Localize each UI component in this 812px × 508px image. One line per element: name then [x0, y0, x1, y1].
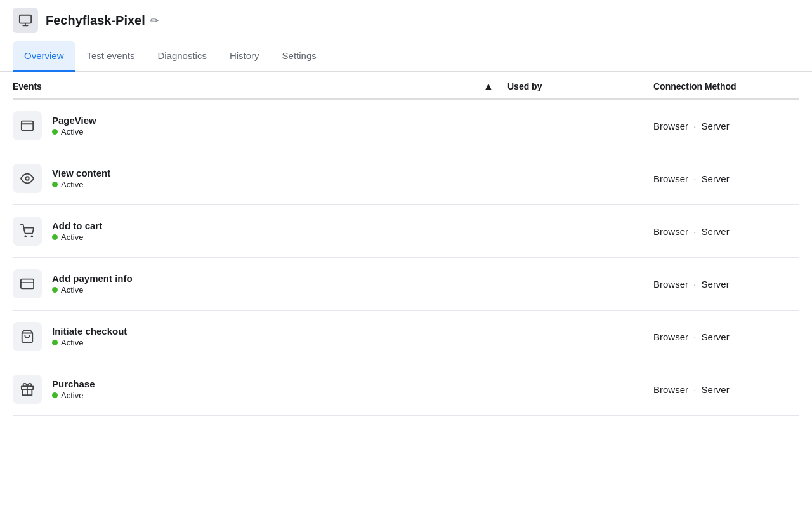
table-row: Add to cart Active Browser · Server	[13, 205, 799, 258]
connection-viewcontent: Browser · Server	[634, 173, 799, 184]
events-table: Events ▲ Used by Connection Method PageV…	[0, 72, 812, 416]
event-status-addtocart: Active	[52, 232, 102, 242]
event-cell-pageview: PageView Active	[13, 111, 469, 140]
event-status-viewcontent: Active	[52, 180, 110, 189]
browser-label-addpayment: Browser	[653, 279, 688, 290]
event-cell-addtocart: Add to cart Active	[13, 217, 469, 246]
table-header: Events ▲ Used by Connection Method	[13, 72, 799, 100]
status-label-addpayment: Active	[61, 285, 83, 295]
top-header: Fechyflask-Pixel ✏	[0, 0, 812, 41]
browser-label-viewcontent: Browser	[653, 173, 688, 184]
svg-rect-3	[22, 121, 33, 131]
table-row: Initiate checkout Active Browser · Serve…	[13, 311, 799, 363]
status-label-viewcontent: Active	[61, 180, 83, 189]
browser-label-purchase: Browser	[653, 384, 688, 395]
initiatecheckout-icon	[13, 322, 42, 351]
server-label-purchase: Server	[702, 384, 730, 395]
connection-initiatecheckout: Browser · Server	[634, 331, 799, 342]
table-row: View content Active Browser · Server	[13, 152, 799, 205]
pixel-title: Fechyflask-Pixel	[46, 13, 145, 28]
event-name-addtocart: Add to cart	[52, 220, 102, 231]
event-status-pageview: Active	[52, 127, 96, 137]
tab-history[interactable]: History	[218, 41, 271, 72]
tab-overview[interactable]: Overview	[13, 41, 75, 72]
col-header-warning: ▲	[469, 81, 508, 92]
server-label-initiatecheckout: Server	[702, 331, 730, 342]
edit-icon[interactable]: ✏	[150, 15, 159, 27]
event-name-purchase: Purchase	[52, 378, 95, 389]
browser-label-addtocart: Browser	[653, 226, 688, 237]
addpayment-icon	[13, 269, 42, 298]
table-row: Purchase Active Browser · Server	[13, 363, 799, 416]
table-row: Add payment info Active Browser · Server	[13, 258, 799, 311]
event-cell-addpayment: Add payment info Active	[13, 269, 469, 298]
event-cell-initiatecheckout: Initiate checkout Active	[13, 322, 469, 351]
status-dot-addtocart	[52, 234, 58, 240]
server-label-addpayment: Server	[702, 279, 730, 290]
status-dot-purchase	[52, 392, 58, 398]
status-dot-initiatecheckout	[52, 340, 58, 345]
purchase-icon	[13, 375, 42, 404]
status-label-addtocart: Active	[61, 232, 83, 242]
event-name-pageview: PageView	[52, 115, 96, 126]
event-cell-viewcontent: View content Active	[13, 164, 469, 193]
event-name-viewcontent: View content	[52, 168, 110, 178]
server-label-addtocart: Server	[702, 226, 730, 237]
connection-purchase: Browser · Server	[634, 384, 799, 395]
event-info-addtocart: Add to cart Active	[52, 220, 102, 242]
nav-tabs: Overview Test events Diagnostics History…	[0, 41, 812, 72]
event-cell-purchase: Purchase Active	[13, 375, 469, 404]
separator-addpayment: ·	[693, 279, 696, 290]
connection-pageview: Browser · Server	[634, 121, 799, 131]
svg-point-6	[25, 236, 26, 237]
tab-settings[interactable]: Settings	[271, 41, 328, 72]
tab-test-events[interactable]: Test events	[75, 41, 147, 72]
warning-triangle-icon: ▲	[483, 81, 494, 91]
browser-label-pageview: Browser	[653, 121, 688, 131]
svg-point-7	[31, 236, 32, 237]
col-header-connection: Connection Method	[634, 81, 799, 91]
event-info-initiatecheckout: Initiate checkout Active	[52, 326, 127, 347]
status-label-initiatecheckout: Active	[61, 338, 83, 347]
table-row: PageView Active Browser · Server	[13, 100, 799, 152]
connection-addpayment: Browser · Server	[634, 279, 799, 290]
svg-point-5	[25, 177, 29, 180]
status-label-pageview: Active	[61, 127, 83, 137]
separator-addtocart: ·	[693, 226, 696, 237]
separator-viewcontent: ·	[693, 173, 696, 184]
event-info-addpayment: Add payment info Active	[52, 273, 133, 295]
event-name-initiatecheckout: Initiate checkout	[52, 326, 127, 337]
connection-addtocart: Browser · Server	[634, 226, 799, 237]
event-name-addpayment: Add payment info	[52, 273, 133, 284]
browser-label-initiatecheckout: Browser	[653, 331, 688, 342]
event-status-addpayment: Active	[52, 285, 133, 295]
addtocart-icon	[13, 217, 42, 246]
separator-initiatecheckout: ·	[693, 331, 696, 342]
separator-purchase: ·	[693, 384, 696, 395]
col-header-events: Events	[13, 81, 469, 91]
status-dot-pageview	[52, 129, 58, 135]
status-label-purchase: Active	[61, 391, 83, 400]
server-label-pageview: Server	[702, 121, 730, 131]
server-label-viewcontent: Server	[702, 173, 730, 184]
svg-rect-0	[20, 15, 31, 23]
pixel-device-icon	[13, 8, 38, 33]
separator-pageview: ·	[693, 121, 696, 131]
status-dot-addpayment	[52, 287, 58, 293]
svg-rect-8	[21, 279, 34, 289]
status-dot-viewcontent	[52, 182, 58, 187]
col-header-usedby: Used by	[508, 81, 634, 91]
viewcontent-icon	[13, 164, 42, 193]
pageview-icon	[13, 111, 42, 140]
event-status-initiatecheckout: Active	[52, 338, 127, 347]
event-info-viewcontent: View content Active	[52, 168, 110, 189]
event-info-pageview: PageView Active	[52, 115, 96, 137]
event-info-purchase: Purchase Active	[52, 378, 95, 400]
event-status-purchase: Active	[52, 391, 95, 400]
tab-diagnostics[interactable]: Diagnostics	[146, 41, 218, 72]
